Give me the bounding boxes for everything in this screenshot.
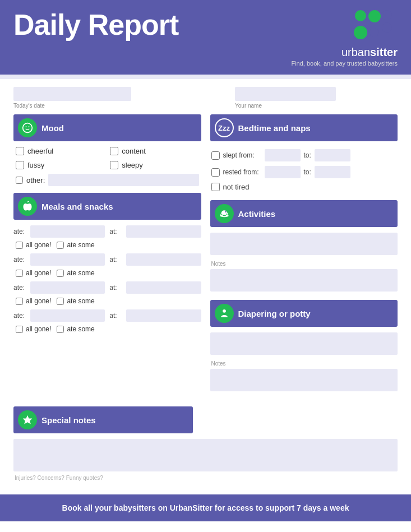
atesome-checkbox-4[interactable]: [57, 326, 64, 333]
atesome-checkbox-1[interactable]: [57, 242, 64, 249]
meal-allgone-2: all gone!: [16, 269, 51, 277]
to-label-1: to:: [304, 151, 311, 159]
at-label-3: at:: [109, 284, 122, 292]
rested-checkbox[interactable]: [211, 168, 220, 177]
allgone-checkbox-4[interactable]: [16, 326, 23, 333]
sleepy-checkbox[interactable]: [110, 161, 118, 169]
rested-from-input[interactable]: [265, 166, 301, 178]
top-bar: [0, 75, 411, 79]
meal-allgone-3: all gone!: [16, 297, 51, 305]
diapering-header: Diapering or potty: [210, 300, 398, 327]
slept-row: slept from: to:: [210, 147, 398, 164]
slept-from-input[interactable]: [265, 149, 301, 161]
meal-check-row-3: all gone! ate some: [13, 297, 201, 305]
brand-subtitle: Find, book, and pay trusted babysitters: [291, 60, 398, 67]
meal-at-input-1[interactable]: [126, 225, 201, 238]
special-notes-header: Special notes: [13, 406, 193, 433]
rested-row: rested from: to:: [210, 164, 398, 181]
other-input[interactable]: [48, 174, 198, 186]
fussy-checkbox[interactable]: [16, 161, 24, 169]
meal-check-row-4: all gone! ate some: [13, 325, 201, 333]
svg-marker-6: [23, 415, 33, 424]
ate-label-2: ate:: [13, 256, 26, 263]
date-label: Today's date: [13, 103, 131, 109]
meal-ate-input-2[interactable]: [30, 253, 105, 266]
atesome-checkbox-3[interactable]: [57, 298, 64, 305]
allgone-checkbox-1[interactable]: [16, 242, 23, 249]
mood-grid: cheerful content fussy sleepy: [13, 147, 201, 169]
activities-notes-top[interactable]: [210, 233, 398, 255]
activities-label: Activities: [238, 209, 276, 219]
svg-point-1: [26, 126, 27, 127]
diapering-notes-label: Notes: [210, 360, 398, 367]
meal-atesome-3: ate some: [57, 297, 94, 305]
header: Daily Report urbansitter Find, book, and…: [0, 0, 411, 75]
meal-atesome-4: ate some: [57, 325, 94, 333]
slept-label: slept from:: [223, 151, 261, 159]
allgone-label-3: all gone!: [26, 297, 51, 305]
name-field-group: Your name: [235, 87, 336, 109]
rested-to-input[interactable]: [315, 166, 350, 178]
other-checkbox[interactable]: [16, 177, 23, 184]
svg-point-4: [225, 211, 227, 212]
date-input[interactable]: [13, 87, 131, 101]
dots-decoration: [353, 10, 398, 43]
sleepy-label: sleepy: [122, 161, 143, 169]
svg-point-5: [223, 309, 226, 313]
diapering-icon: [215, 304, 234, 323]
bedtime-label: Bedtime and naps: [238, 123, 311, 133]
baby-icon: [219, 308, 230, 319]
date-field-group: Today's date: [13, 87, 131, 109]
mood-header: Mood: [13, 114, 201, 141]
at-label-4: at:: [109, 312, 122, 320]
meal-row-3: ate: at:: [13, 281, 201, 294]
atesome-label-2: ate some: [67, 269, 94, 277]
meal-ate-input-1[interactable]: [30, 225, 105, 238]
diapering-section: Diapering or potty Notes: [210, 300, 398, 393]
slept-checkbox[interactable]: [211, 151, 220, 160]
meals-icon: [18, 197, 37, 216]
allgone-checkbox-3[interactable]: [16, 298, 23, 305]
footer-text: Book all your babysitters on UrbanSitter…: [62, 503, 349, 512]
allgone-label-4: all gone!: [26, 325, 51, 333]
svg-point-2: [29, 126, 30, 127]
rested-label: rested from:: [223, 168, 261, 176]
two-col-layout: Mood cheerful content fussy: [13, 114, 398, 400]
name-input[interactable]: [235, 87, 336, 101]
meal-at-input-4[interactable]: [126, 309, 201, 322]
meal-at-input-3[interactable]: [126, 281, 201, 294]
to-label-2: to:: [304, 168, 311, 176]
activities-notes-bottom[interactable]: [210, 269, 398, 292]
content-checkbox[interactable]: [110, 147, 118, 155]
content-label: content: [122, 147, 146, 155]
diapering-notes-top[interactable]: [210, 332, 398, 355]
at-label-2: at:: [109, 256, 122, 263]
atesome-checkbox-2[interactable]: [57, 270, 64, 277]
zzz-icon: Zzz: [215, 118, 234, 137]
brand-name: urbansitter: [291, 46, 398, 59]
allgone-checkbox-2[interactable]: [16, 270, 23, 277]
special-notes-textarea[interactable]: [13, 439, 398, 471]
activities-header: Activities: [210, 200, 398, 227]
meal-check-row-1: all gone! ate some: [13, 241, 201, 249]
ate-label-3: ate:: [13, 284, 26, 292]
activities-section: Activities Notes: [210, 200, 398, 293]
atesome-label-4: ate some: [67, 325, 94, 333]
meal-ate-input-3[interactable]: [30, 281, 105, 294]
mood-label: Mood: [41, 123, 64, 133]
cheerful-label: cheerful: [27, 147, 53, 155]
page-title: Daily Report: [13, 10, 178, 39]
diapering-notes-bottom[interactable]: [210, 369, 398, 391]
meal-atesome-1: ate some: [57, 241, 94, 249]
cheerful-checkbox[interactable]: [16, 147, 24, 155]
meal-ate-input-4[interactable]: [30, 309, 105, 322]
not-tired-checkbox[interactable]: [211, 183, 220, 191]
meal-allgone-1: all gone!: [16, 241, 51, 249]
meals-label: Meals and snacks: [41, 202, 113, 211]
special-notes-label: Special notes: [41, 415, 96, 425]
meal-at-input-2[interactable]: [126, 253, 201, 266]
atesome-label-3: ate some: [67, 297, 94, 305]
slept-to-input[interactable]: [315, 149, 350, 161]
smiley-face-icon: [22, 122, 33, 133]
bedtime-section: Zzz Bedtime and naps slept from: to: res…: [210, 114, 398, 193]
